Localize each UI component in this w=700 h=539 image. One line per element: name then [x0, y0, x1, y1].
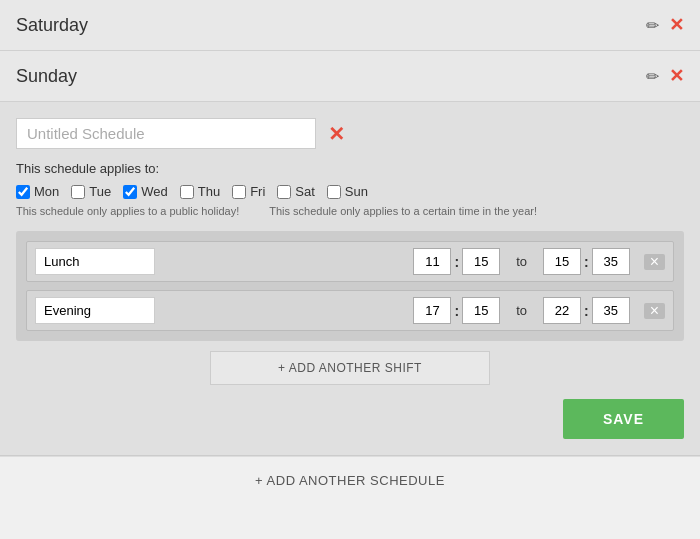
schedule-block: ✕ This schedule applies to: MonTueWedThu…: [0, 102, 700, 456]
shift-from-hour[interactable]: [413, 248, 451, 275]
day-label-thu: Thu: [198, 184, 220, 199]
schedule-remove-icon[interactable]: ✕: [324, 122, 349, 146]
holiday-hint2: This schedule only applies to a certain …: [269, 205, 537, 217]
saturday-edit-icon[interactable]: ✏: [646, 16, 659, 35]
day-checkbox-mon[interactable]: [16, 185, 30, 199]
day-label-sat: Sat: [295, 184, 315, 199]
shift-remove-button[interactable]: ×: [644, 254, 665, 270]
schedule-name-input[interactable]: [16, 118, 316, 149]
shift-to-time: :: [543, 297, 630, 324]
day-checkbox-tue[interactable]: [71, 185, 85, 199]
save-row: SAVE: [16, 399, 684, 439]
day-checkbox-fri[interactable]: [232, 185, 246, 199]
day-item-mon: Mon: [16, 184, 59, 199]
shift-to-hour[interactable]: [543, 297, 581, 324]
save-button[interactable]: SAVE: [563, 399, 684, 439]
day-item-wed: Wed: [123, 184, 168, 199]
shift-from-minute[interactable]: [462, 297, 500, 324]
shift-to-time: :: [543, 248, 630, 275]
shift-to-minute[interactable]: [592, 248, 630, 275]
shift-from-time: :: [413, 297, 500, 324]
add-shift-button[interactable]: + ADD ANOTHER SHIFT: [210, 351, 490, 385]
day-label-mon: Mon: [34, 184, 59, 199]
schedule-name-row: ✕: [16, 118, 684, 149]
shift-to-label: to: [508, 254, 535, 269]
day-label-fri: Fri: [250, 184, 265, 199]
day-item-sun: Sun: [327, 184, 368, 199]
day-checkbox-thu[interactable]: [180, 185, 194, 199]
day-item-fri: Fri: [232, 184, 265, 199]
saturday-title: Saturday: [16, 15, 88, 36]
applies-to-label: This schedule applies to:: [16, 161, 684, 176]
saturday-remove-icon[interactable]: ✕: [669, 14, 684, 36]
day-checkbox-sat[interactable]: [277, 185, 291, 199]
day-item-tue: Tue: [71, 184, 111, 199]
shift-name-input[interactable]: [35, 248, 155, 275]
shift-remove-button[interactable]: ×: [644, 303, 665, 319]
shift-name-input[interactable]: [35, 297, 155, 324]
shift-from-minute[interactable]: [462, 248, 500, 275]
day-label-wed: Wed: [141, 184, 168, 199]
shift-from-hour[interactable]: [413, 297, 451, 324]
sunday-remove-icon[interactable]: ✕: [669, 65, 684, 87]
day-checkbox-wed[interactable]: [123, 185, 137, 199]
holiday-hint1: This schedule only applies to a public h…: [16, 205, 239, 217]
day-item-sat: Sat: [277, 184, 315, 199]
shift-row: :to:×: [26, 241, 674, 282]
days-row: MonTueWedThuFriSatSun: [16, 184, 684, 199]
saturday-actions: ✏ ✕: [646, 14, 684, 36]
day-checkbox-sun[interactable]: [327, 185, 341, 199]
holiday-hints: This schedule only applies to a public h…: [16, 205, 684, 217]
shift-to-label: to: [508, 303, 535, 318]
day-item-thu: Thu: [180, 184, 220, 199]
day-label-tue: Tue: [89, 184, 111, 199]
sunday-actions: ✏ ✕: [646, 65, 684, 87]
day-label-sun: Sun: [345, 184, 368, 199]
shift-to-hour[interactable]: [543, 248, 581, 275]
sunday-title: Sunday: [16, 66, 77, 87]
shift-row: :to:×: [26, 290, 674, 331]
shifts-area: :to:×:to:×: [16, 231, 684, 341]
sunday-edit-icon[interactable]: ✏: [646, 67, 659, 86]
shift-from-time: :: [413, 248, 500, 275]
add-schedule-bar[interactable]: + ADD ANOTHER SCHEDULE: [0, 456, 700, 504]
saturday-row[interactable]: Saturday ✏ ✕: [0, 0, 700, 51]
shift-to-minute[interactable]: [592, 297, 630, 324]
sunday-row[interactable]: Sunday ✏ ✕: [0, 51, 700, 102]
